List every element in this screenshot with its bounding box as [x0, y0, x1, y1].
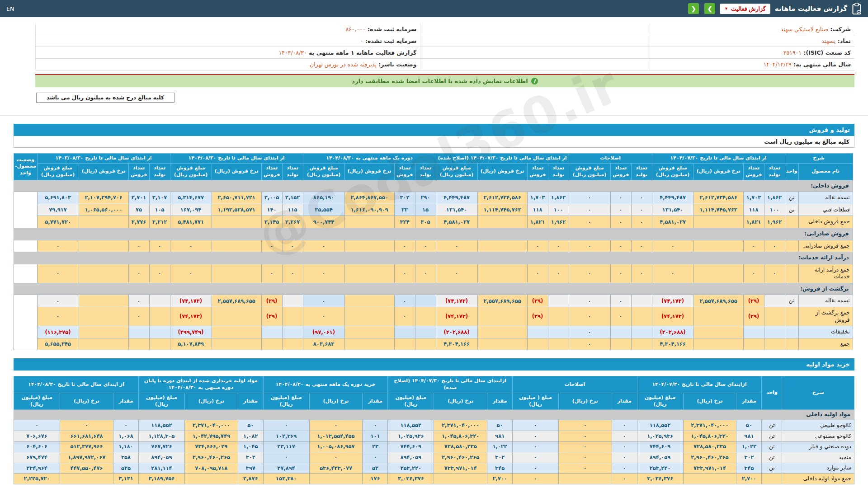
value-cell: ۱,۱۲۸,۳۰۵: [138, 431, 184, 442]
value-cell: ۳۰۲: [394, 192, 415, 204]
value-cell: ۳,۰۳۶,۳۷۶: [388, 474, 434, 484]
value-cell: [477, 326, 527, 338]
value-cell: ۰: [764, 240, 785, 252]
value-cell: (۲۹): [261, 295, 282, 307]
report-type-dropdown[interactable]: گزارش فعالیت ▼: [720, 4, 770, 14]
row-label-cell: جمع درآمد ارائه خدمات: [798, 264, 853, 283]
info-cell: شرکت: صنايع لاستيکي سهند: [650, 23, 854, 35]
column-header: مبلغ (میلیون ریال): [263, 393, 309, 410]
value-cell: [548, 326, 569, 338]
company-info-row: کد صنعت (ISIC): ۲۵۱۹۰۱گزارش فعالیت ماهان…: [36, 47, 855, 59]
value-cell: ۴۴۷,۵۵۰,۴۷۶: [60, 463, 113, 474]
value-cell: ۷۶۷,۷۲۶: [138, 441, 184, 452]
next-report-button[interactable]: ❯: [704, 3, 715, 14]
chevron-right-icon: ❯: [708, 5, 712, 12]
column-group-header: از ابتدای سال مالی تا تاریخ ۱۴۰۴/۰۸/۳۰: [170, 154, 303, 164]
table-row: قطعات فنيتن۱۰۰۱۱۸۱,۱۱۴,۷۴۵,۷۶۳۱۳۱,۵۴۰۰۰۰…: [14, 204, 853, 216]
value-cell: ۵۰: [487, 420, 513, 431]
column-header: مبلغ (میلیون ریال): [388, 393, 434, 410]
value-cell: ۰: [37, 295, 79, 307]
value-cell: ۰: [513, 452, 559, 463]
value-cell: ۰: [170, 264, 212, 283]
value-cell: ۰: [128, 307, 149, 326]
value-cell: ۰: [631, 216, 652, 228]
column-header: تعداد فروش: [261, 163, 282, 180]
value-cell: ۵,۷۷۱,۷۲۰: [37, 216, 79, 228]
section-row: درآمد ارائه خدمات:: [14, 252, 853, 264]
value-cell: ۳۵۸: [113, 452, 139, 463]
value-cell: ۲,۵۵۷,۶۸۹,۶۵۵: [477, 295, 527, 307]
value-cell: ۱۴۰: [261, 204, 282, 216]
value-cell: ۴,۳۰۴,۱۶۶: [436, 338, 477, 350]
value-cell: ۰: [415, 264, 436, 283]
value-cell: ۰: [610, 307, 631, 326]
value-cell: [764, 326, 785, 338]
value-cell: ۰: [569, 240, 610, 252]
value-cell: [477, 216, 527, 228]
column-header: نام محصول: [798, 163, 853, 180]
value-cell: ۰: [610, 264, 631, 283]
value-cell: ۱,۰۴۲,۷۹۵,۷۴۹: [184, 431, 238, 442]
value-cell: ۱,۰۰۵,۰۸۶,۹۵۷: [309, 441, 363, 452]
value-cell: ۲,۰۰۵: [261, 192, 282, 204]
section-row: برگشت از فروش:: [14, 283, 853, 295]
row-label-cell: جمع فروش داخلی: [798, 216, 853, 228]
column-group-header: واحد: [762, 376, 782, 409]
row-label-cell: کائوچو طبيعي: [782, 420, 854, 431]
production-sales-section-bar: تولید و فروش: [14, 124, 854, 136]
value-cell: ۲۵۳,۲۲۰: [388, 463, 434, 474]
row-label-cell: تسمه نقاله: [798, 295, 853, 307]
info-cell: سال مالی منتهی به: ۱۴۰۴/۱۲/۲۹: [650, 59, 854, 70]
unit-cell: [785, 326, 798, 338]
value-cell: [631, 295, 652, 307]
value-cell: ۰: [513, 420, 559, 431]
value-cell: ۱۶۷,۰۹۴: [170, 204, 212, 216]
value-cell: ۲,۶۵۰,۷۱۱,۷۲۱: [212, 192, 261, 204]
column-header: نرخ (ریال): [558, 393, 612, 410]
column-header: نرخ (ریال): [60, 393, 113, 410]
table-row: منجیدتن۳۰۲۲,۹۶۰,۴۶۰,۲۶۵۸۹۴,۰۵۹۰۰۰۳۰۲۲,۹۶…: [14, 452, 854, 463]
chevron-left-icon: ❮: [691, 5, 696, 12]
value-cell: ۰: [631, 240, 652, 252]
info-spacer-cell: [420, 35, 650, 47]
value-cell: ۰: [631, 264, 652, 283]
value-cell: ۹۸۱: [487, 431, 513, 442]
section-label: فروش صادراتی:: [14, 228, 853, 240]
value-cell: ۰: [743, 264, 764, 283]
value-cell: ۸۹۴,۰۵۹: [138, 452, 184, 463]
value-cell: ۵۰: [736, 420, 762, 431]
column-header: مبلغ (میلیون ریال): [637, 393, 683, 410]
value-cell: ۰: [548, 264, 569, 283]
value-cell: ۰: [513, 463, 559, 474]
unit-cell: تن: [762, 420, 782, 431]
column-group-header: از ابتدای سال مالی تا تاریخ ۱۴۰۴/۰۷/۳۰ (…: [436, 154, 569, 164]
value-cell: [282, 295, 303, 307]
value-cell: ۱,۸۶۲: [548, 192, 569, 204]
language-toggle-en[interactable]: EN: [6, 5, 14, 12]
value-cell: (۷۴,۱۷۳): [170, 307, 212, 326]
value-cell: [693, 338, 743, 350]
value-cell: ۰: [60, 420, 113, 431]
table-row: تخفیفات(۲۰۲,۶۸۸)۰(۲۰۲,۶۸۸)(۹۷,۰۶۱)(۲۹۹,۷…: [14, 326, 853, 338]
column-header: نرخ فروش (ریال): [693, 163, 743, 180]
column-group-header: از ابتدای سال مالی تا تاریخ ۱۴۰۴/۰۷/۳۰: [652, 154, 785, 164]
value-cell: ۱,۰۶۵,۵۶۰,۰۰۰: [79, 204, 128, 216]
section-label: مواد اولیه داخلی: [14, 409, 854, 420]
info-cell: کد صنعت (ISIC): ۲۵۱۹۰۱: [650, 47, 854, 59]
section-row: فروش داخلی:: [14, 180, 853, 192]
value-cell: ۳۰۲: [487, 452, 513, 463]
value-cell: ۱,۸۹۷,۹۷۲,۰۶۷: [60, 452, 113, 463]
value-cell: ۰: [37, 240, 79, 252]
value-cell: ۳۰۲: [736, 452, 762, 463]
previous-report-button[interactable]: ❮: [688, 3, 699, 14]
row-label-cell: جمع: [798, 338, 853, 350]
value-cell: [477, 264, 527, 283]
column-group-header: ازابتدای سال مالی تا تاریخ ۱۴۰۴/۰۷/۳۰ (ا…: [388, 376, 513, 393]
section-row: مواد اولیه داخلی: [14, 409, 854, 420]
value-cell: ۱۱۸,۵۵۲: [637, 420, 683, 431]
column-header: مبلغ فروش (میلیون ریال): [303, 163, 344, 180]
value-cell: (۷۴,۱۷۳): [436, 295, 477, 307]
value-cell: ۱۱۸,۵۵۲: [138, 420, 184, 431]
value-cell: ۷۰۸,۰۹۵,۷۱۸: [184, 463, 238, 474]
column-header: مبلغ فروش (میلیون ریال): [37, 163, 79, 180]
